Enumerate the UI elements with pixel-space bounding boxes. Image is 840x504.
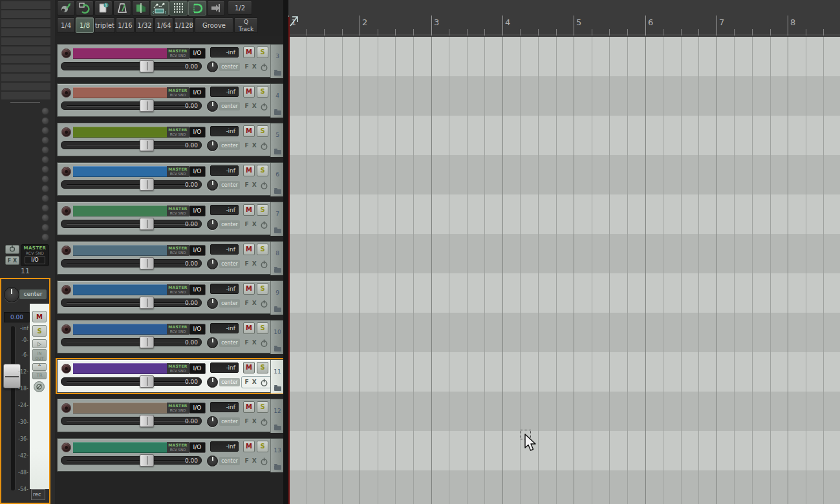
volume-fader[interactable]: 0.00 (61, 101, 202, 110)
pan-knob[interactable] (207, 416, 218, 427)
solo-button[interactable]: S (32, 325, 47, 337)
volume-display[interactable]: -inf (210, 165, 239, 176)
knob-dot-icon[interactable] (41, 156, 49, 163)
volume-fader[interactable]: 0.00 (61, 141, 202, 149)
grid-1-64-button[interactable]: 1/64 (155, 17, 173, 33)
volume-display[interactable]: -inf (210, 126, 239, 136)
volume-display[interactable]: -inf (210, 323, 239, 333)
record-arm-button[interactable] (61, 48, 71, 58)
track-lane[interactable] (288, 352, 840, 392)
knob-dot-icon[interactable] (41, 185, 49, 193)
volume-display[interactable]: -inf (210, 441, 239, 452)
pan-knob[interactable] (207, 180, 218, 191)
volume-display[interactable]: -inf (210, 47, 239, 58)
folder-icon[interactable] (274, 268, 281, 273)
knob-dot-icon[interactable] (41, 117, 49, 125)
panel-splitter[interactable] (283, 0, 288, 504)
pan-knob[interactable] (207, 337, 218, 348)
knob-dot-icon[interactable] (41, 224, 49, 231)
record-arm-button[interactable] (61, 443, 71, 452)
mute-button[interactable]: M (243, 362, 255, 373)
pan-knob[interactable] (207, 258, 218, 269)
trim-button[interactable]: TR (32, 372, 47, 379)
fx-button[interactable]: F X (243, 180, 259, 190)
record-arm-button[interactable] (61, 88, 71, 98)
dock-row[interactable] (1, 47, 50, 55)
dock-row[interactable] (1, 92, 50, 100)
track-panel[interactable]: MASTER RCV SND I/O -inf M S 0.00 center … (57, 438, 283, 472)
folder-icon[interactable] (274, 229, 281, 233)
track-number-gutter[interactable]: 9 (270, 281, 284, 315)
dock-row[interactable] (1, 37, 50, 46)
io-button[interactable]: I/O (189, 205, 206, 216)
solo-button[interactable]: S (257, 362, 268, 373)
volume-display[interactable]: -inf (210, 87, 239, 97)
knob-dot-icon[interactable] (41, 204, 49, 212)
folder-icon[interactable] (274, 347, 281, 352)
io-button[interactable]: I/O (189, 48, 206, 59)
folder-icon[interactable] (274, 426, 281, 430)
grid-bars-icon[interactable] (169, 1, 188, 16)
io-button[interactable]: I/O (189, 245, 206, 256)
fx-button[interactable]: F X (243, 417, 259, 426)
fx-button[interactable]: F X (243, 62, 259, 72)
fader-handle[interactable] (140, 218, 154, 230)
fader-handle[interactable] (140, 257, 154, 269)
knob-dot-icon[interactable] (41, 165, 49, 173)
track-lane[interactable] (288, 431, 840, 470)
volume-fader[interactable]: 0.00 (61, 220, 202, 228)
solo-button[interactable]: S (257, 125, 268, 137)
io-button[interactable]: I/O (25, 256, 45, 264)
fader-handle[interactable] (140, 100, 154, 112)
knob-dot-icon[interactable] (41, 194, 49, 202)
dock-row[interactable] (1, 83, 50, 91)
fx-button[interactable]: F X (243, 299, 259, 308)
advance-cursor-icon[interactable] (207, 1, 225, 16)
fader-handle[interactable] (3, 364, 21, 388)
knob-dot-icon[interactable] (41, 136, 49, 144)
record-arm-button[interactable] (61, 206, 71, 216)
track-number-gutter[interactable]: 11 (270, 360, 284, 394)
track-number-gutter[interactable]: 7 (270, 202, 284, 236)
io-button[interactable]: I/O (189, 127, 206, 138)
mute-button[interactable]: M (243, 86, 255, 98)
volume-display[interactable]: -inf (210, 205, 239, 215)
track-lane[interactable] (288, 392, 840, 431)
folder-icon[interactable] (274, 150, 281, 154)
track-color-bar[interactable] (73, 324, 167, 335)
track-color-bar[interactable] (73, 363, 167, 374)
track-panel[interactable]: MASTER RCV SND I/O -inf M S 0.00 center … (57, 320, 283, 353)
pan-knob[interactable] (207, 101, 218, 112)
fader-handle[interactable] (140, 336, 154, 348)
track-panel[interactable]: MASTER RCV SND I/O -inf M S 0.00 center … (57, 399, 283, 432)
knob-dot-icon[interactable] (41, 127, 49, 134)
envelope-points-icon[interactable] (151, 1, 169, 16)
knob-dot-icon[interactable] (41, 233, 49, 241)
mute-button[interactable]: M (32, 311, 47, 322)
record-input-button[interactable]: IN OUT (32, 349, 47, 361)
record-arm-button[interactable] (61, 364, 71, 373)
fader-handle[interactable] (140, 178, 154, 191)
fx-bypass-icon[interactable] (260, 141, 270, 151)
fader-handle[interactable] (140, 375, 154, 388)
grid-1-128-button[interactable]: 1/128 (174, 17, 194, 33)
solo-button[interactable]: S (257, 47, 268, 58)
track-color-bar[interactable] (73, 127, 167, 138)
fx-bypass-icon[interactable] (260, 101, 270, 111)
knob-dot-icon[interactable] (41, 214, 49, 222)
track-panel[interactable]: MASTER RCV SND I/O -inf M S 0.00 center … (57, 44, 283, 78)
volume-fader[interactable]: 0.00 (61, 299, 202, 307)
track-color-bar[interactable] (73, 442, 167, 453)
volume-display[interactable]: -inf (210, 362, 239, 373)
folder-icon[interactable] (274, 110, 281, 115)
folder-icon[interactable] (274, 71, 281, 76)
track-number-gutter[interactable]: 12 (270, 399, 284, 433)
solo-button[interactable]: S (257, 441, 268, 452)
mute-button[interactable]: M (243, 244, 255, 255)
track-lane[interactable] (288, 37, 840, 76)
solo-button[interactable]: S (257, 204, 268, 216)
folder-icon[interactable] (274, 189, 281, 194)
volume-display[interactable]: -inf (210, 284, 239, 294)
track-number-gutter[interactable]: 13 (270, 439, 284, 472)
folder-icon[interactable] (274, 465, 281, 470)
